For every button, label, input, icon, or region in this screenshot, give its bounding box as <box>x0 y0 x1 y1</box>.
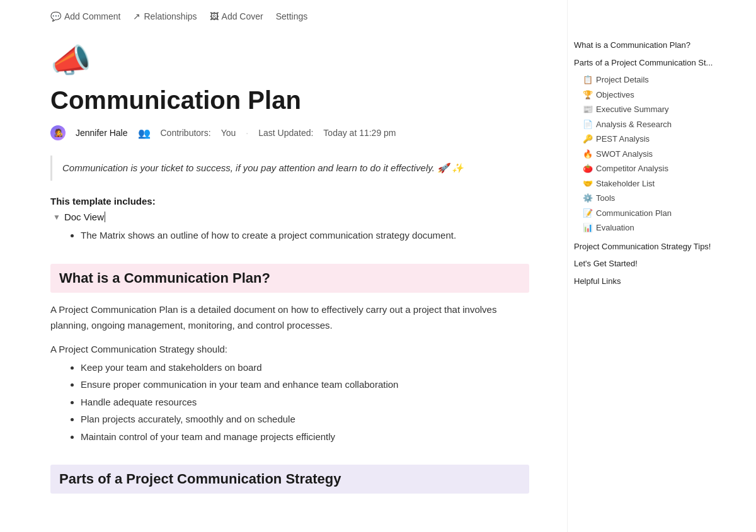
sidebar-item-label: Analysis & Research <box>596 118 672 131</box>
template-label: This template includes: <box>50 196 529 207</box>
sidebar-subitem[interactable]: 📄Analysis & Research <box>574 117 721 132</box>
toolbar: 💬 Add Comment ↗ Relationships 🖼 Add Cove… <box>50 0 529 29</box>
last-updated-label: Last Updated: <box>258 128 313 138</box>
sidebar-emoji-icon: 📊 <box>583 222 593 234</box>
sidebar-heading[interactable]: Parts of a Project Communication St... <box>574 55 721 71</box>
contributors-icon: 👥 <box>138 127 151 139</box>
list-item: Plan projects accurately, smoothly and o… <box>81 411 529 427</box>
relationships-label: Relationships <box>144 11 197 21</box>
add-comment-button[interactable]: 💬 Add Comment <box>50 11 120 21</box>
sidebar-emoji-icon: 📝 <box>583 207 593 220</box>
sidebar-item-label: Stakeholder List <box>596 178 655 190</box>
add-cover-label: Add Cover <box>222 11 263 21</box>
sidebar-emoji-icon: 🔥 <box>583 148 593 161</box>
sidebar-subitem[interactable]: 📊Evaluation <box>574 220 721 235</box>
sidebar-emoji-icon: 📄 <box>583 118 593 131</box>
comment-icon: 💬 <box>50 11 61 21</box>
page-icon: 📣 <box>50 42 529 80</box>
sidebar-item-label: PEST Analysis <box>596 133 650 145</box>
template-section: This template includes: ▼ Doc View The M… <box>50 196 529 244</box>
sidebar-emoji-icon: 🏆 <box>583 89 593 101</box>
section1-paragraph1: A Project Communication Plan is a detail… <box>50 302 529 334</box>
list-item: Keep your team and stakeholders on board <box>81 359 529 376</box>
add-cover-button[interactable]: 🖼 Add Cover <box>210 11 263 21</box>
author-name: Jennifer Hale <box>76 128 128 138</box>
sidebar-item-label: Evaluation <box>596 222 634 234</box>
sidebar-emoji-icon: 🤝 <box>583 178 593 190</box>
sidebar-subitem[interactable]: 📝Communication Plan <box>574 206 721 221</box>
section1-bullet-list: Keep your team and stakeholders on board… <box>81 359 529 445</box>
section-parts: Parts of a Project Communication Strateg… <box>50 465 529 494</box>
list-item: Handle adequate resources <box>81 394 529 410</box>
right-sidebar: What is a Communication Plan?Parts of a … <box>567 0 731 532</box>
relationships-button[interactable]: ↗ Relationships <box>133 11 197 21</box>
sidebar-item-label: Executive Summary <box>596 103 669 116</box>
image-icon: 🖼 <box>210 11 219 21</box>
sidebar-subitem[interactable]: ⚙️Tools <box>574 191 721 206</box>
section1-heading: What is a Communication Plan? <box>50 264 529 293</box>
main-content: 💬 Add Comment ↗ Relationships 🖼 Add Cove… <box>0 0 567 532</box>
divider: · <box>246 128 248 138</box>
toggle-arrow-icon: ▼ <box>53 213 60 222</box>
contributors-value: You <box>221 128 236 138</box>
template-bullet-list: The Matrix shows an outline of how to cr… <box>81 227 529 244</box>
sidebar-heading[interactable]: Helpful Links <box>574 274 721 289</box>
sidebar-subitem[interactable]: 🤝Stakeholder List <box>574 176 721 191</box>
sidebar-subitem[interactable]: 📰Executive Summary <box>574 102 721 117</box>
section-what-is: What is a Communication Plan? A Project … <box>50 264 529 445</box>
list-item: Ensure proper communication in your team… <box>81 376 529 393</box>
sidebar-item-label: Objectives <box>596 89 634 101</box>
relationships-icon: ↗ <box>133 11 140 21</box>
toggle-item[interactable]: ▼ Doc View <box>53 212 529 222</box>
add-comment-label: Add Comment <box>64 11 120 21</box>
sidebar-item-label: Tools <box>596 192 615 205</box>
contributors-label: Contributors: <box>161 128 211 138</box>
blockquote: Communication is your ticket to success,… <box>50 156 529 181</box>
sidebar-heading[interactable]: Let's Get Started! <box>574 256 721 271</box>
sidebar-item-label: Communication Plan <box>596 207 672 220</box>
sidebar-item-label: Project Details <box>596 74 649 86</box>
sidebar-emoji-icon: 🔑 <box>583 133 593 145</box>
sidebar-emoji-icon: 🍅 <box>583 162 593 175</box>
sidebar-subitem[interactable]: 🔥SWOT Analysis <box>574 147 721 162</box>
sidebar-emoji-icon: 📋 <box>583 74 593 86</box>
sidebar-subitem[interactable]: 🍅Competitor Analysis <box>574 161 721 176</box>
settings-label: Settings <box>276 11 308 21</box>
sidebar-subitem[interactable]: 🔑PEST Analysis <box>574 132 721 147</box>
sidebar-subitem[interactable]: 🏆Objectives <box>574 88 721 103</box>
sidebar-item-label: SWOT Analysis <box>596 148 653 161</box>
sidebar-emoji-icon: 📰 <box>583 103 593 116</box>
author-row: 🧑‍🎤 Jennifer Hale 👥 Contributors: You · … <box>50 125 529 140</box>
section2-heading: Parts of a Project Communication Strateg… <box>50 465 529 494</box>
last-updated-value: Today at 11:29 pm <box>323 128 396 138</box>
author-avatar: 🧑‍🎤 <box>50 125 66 140</box>
section1-sub-label: A Project Communication Strategy should: <box>50 344 529 354</box>
sidebar-heading[interactable]: Project Communication Strategy Tips! <box>574 239 721 254</box>
sidebar-subitem[interactable]: 📋Project Details <box>574 72 721 88</box>
toggle-label: Doc View <box>64 212 105 222</box>
list-item: Maintain control of your team and manage… <box>81 429 529 445</box>
template-bullet: The Matrix shows an outline of how to cr… <box>81 227 529 244</box>
sidebar-heading[interactable]: What is a Communication Plan? <box>574 38 721 53</box>
settings-button[interactable]: Settings <box>276 11 308 21</box>
page-title: Communication Plan <box>50 85 529 115</box>
sidebar-item-label: Competitor Analysis <box>596 162 668 175</box>
sidebar-emoji-icon: ⚙️ <box>583 192 593 205</box>
